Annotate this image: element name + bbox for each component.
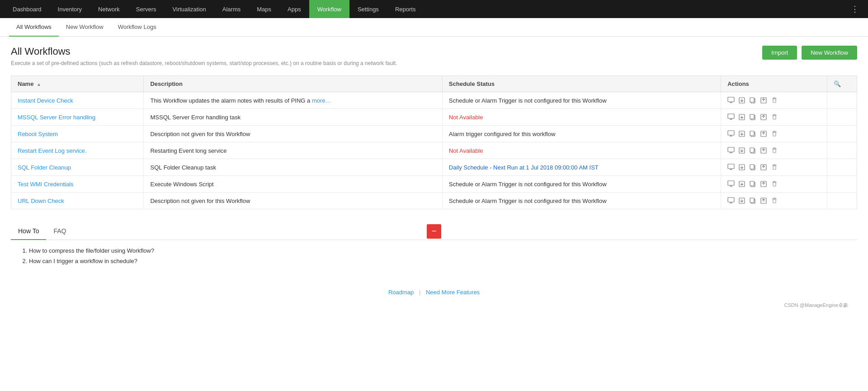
nav-maps[interactable]: Maps [249,0,279,18]
export-workflow-icon[interactable] [760,180,767,188]
workflow-description: Execute Windows Script [144,176,442,193]
download-workflow-icon[interactable] [738,147,745,154]
export-workflow-icon[interactable] [760,130,767,137]
nav-dashboard[interactable]: Dashboard [5,0,50,18]
run-workflow-icon[interactable] [727,130,735,137]
howto-section: How To FAQ − How to compress the file/fo… [11,223,857,275]
run-workflow-icon[interactable] [727,147,735,154]
run-workflow-icon[interactable] [727,164,735,171]
download-workflow-icon[interactable] [738,130,745,137]
delete-workflow-icon[interactable] [771,113,778,121]
svg-rect-22 [773,116,776,119]
run-workflow-icon[interactable] [727,197,735,204]
svg-rect-84 [750,198,754,203]
nav-workflow[interactable]: Workflow [309,0,349,18]
workflow-name-link[interactable]: URL Down Check [18,198,64,204]
export-workflow-icon[interactable] [760,197,767,204]
copy-workflow-icon[interactable] [749,130,756,137]
subnav-new-workflow[interactable]: New Workflow [59,18,111,37]
th-actions: Actions [721,76,827,92]
svg-rect-65 [728,181,734,185]
table-row: MSSQL Server Error handlingMSSQL Server … [11,109,857,126]
nav-settings[interactable]: Settings [349,0,387,18]
import-button[interactable]: Import [762,46,797,60]
th-schedule-status[interactable]: Schedule Status [442,76,721,92]
page-content: All Workflows Execute a set of pre-defin… [0,37,868,322]
run-workflow-icon[interactable] [727,97,735,104]
download-workflow-icon[interactable] [738,180,745,188]
workflow-name-link[interactable]: Test WMI Credentials [18,181,74,188]
page-header: All Workflows Execute a set of pre-defin… [11,46,857,66]
download-workflow-icon[interactable] [738,164,745,171]
copy-workflow-icon[interactable] [749,113,756,121]
export-workflow-icon[interactable] [760,97,767,104]
workflow-status: Schedule or Alarm Trigger is not configu… [442,92,721,109]
export-workflow-icon[interactable] [760,147,767,154]
run-workflow-icon[interactable] [727,180,735,188]
th-description[interactable]: Description [144,76,442,92]
footer-roadmap-link[interactable]: Roadmap [388,289,414,296]
nav-apps[interactable]: Apps [279,0,309,18]
th-search[interactable]: 🔍 [827,76,857,92]
run-workflow-icon[interactable] [727,113,735,121]
download-workflow-icon[interactable] [738,197,745,204]
workflow-name-link[interactable]: MSSQL Server Error handling [18,114,95,121]
workflow-status: Schedule or Alarm Trigger is not configu… [442,193,721,209]
footer-need-features-link[interactable]: Need More Features [426,289,480,296]
nav-reports[interactable]: Reports [387,0,424,18]
svg-rect-87 [773,199,776,203]
nav-virtualization[interactable]: Virtualization [165,0,214,18]
download-workflow-icon[interactable] [738,113,745,121]
svg-rect-9 [773,99,776,103]
workflow-name-link[interactable]: Reboot System [18,131,58,137]
svg-rect-32 [750,131,754,136]
description-more-link[interactable]: more... [312,97,330,104]
th-name[interactable]: Name ▲ [11,76,144,92]
nav-inventory[interactable]: Inventory [50,0,90,18]
top-nav: Dashboard Inventory Network Servers Virt… [0,0,868,18]
svg-rect-71 [750,181,754,186]
export-workflow-icon[interactable] [760,113,767,121]
workflow-name-link[interactable]: Instant Device Check [18,97,73,104]
nav-more-icon[interactable]: ⋮ [846,4,863,14]
howto-minimize-button[interactable]: − [427,224,441,239]
howto-item[interactable]: How can I trigger a workflow in schedule… [29,258,848,264]
copy-workflow-icon[interactable] [749,147,756,154]
delete-workflow-icon[interactable] [771,180,778,188]
delete-workflow-icon[interactable] [771,97,778,104]
download-workflow-icon[interactable] [738,97,745,104]
howto-list: How to compress the file/folder using Wo… [20,247,848,264]
howto-tab-howto[interactable]: How To [11,223,46,240]
delete-workflow-icon[interactable] [771,164,778,171]
workflow-name-link[interactable]: Restart Event Log service. [18,147,86,154]
search-icon[interactable]: 🔍 [834,80,841,87]
delete-workflow-icon[interactable] [771,130,778,137]
subnav-all-workflows[interactable]: All Workflows [9,18,59,37]
export-workflow-icon[interactable] [760,164,767,171]
workflow-status: Not Available [442,142,721,159]
svg-rect-52 [728,164,734,169]
copy-workflow-icon[interactable] [749,97,756,104]
svg-rect-39 [728,147,734,152]
copy-workflow-icon[interactable] [749,197,756,204]
copy-workflow-icon[interactable] [749,180,756,188]
svg-rect-61 [773,166,776,170]
howto-item[interactable]: How to compress the file/folder using Wo… [29,247,848,254]
workflow-description: Description not given for this Workflow [144,193,442,209]
table-row: Test WMI CredentialsExecute Windows Scri… [11,176,857,193]
workflow-name-link[interactable]: SQL Folder Cleanup [18,164,71,171]
new-workflow-button[interactable]: New Workflow [802,46,857,60]
svg-rect-0 [728,97,734,102]
nav-alarms[interactable]: Alarms [214,0,249,18]
delete-workflow-icon[interactable] [771,197,778,204]
minus-icon: − [432,226,437,236]
copy-workflow-icon[interactable] [749,164,756,171]
nav-servers[interactable]: Servers [128,0,165,18]
svg-rect-58 [750,165,754,169]
howto-tab-faq[interactable]: FAQ [46,223,73,240]
delete-workflow-icon[interactable] [771,147,778,154]
subnav-workflow-logs[interactable]: Workflow Logs [111,18,164,37]
svg-rect-26 [728,131,734,135]
nav-network[interactable]: Network [90,0,128,18]
workflow-actions [721,92,827,109]
